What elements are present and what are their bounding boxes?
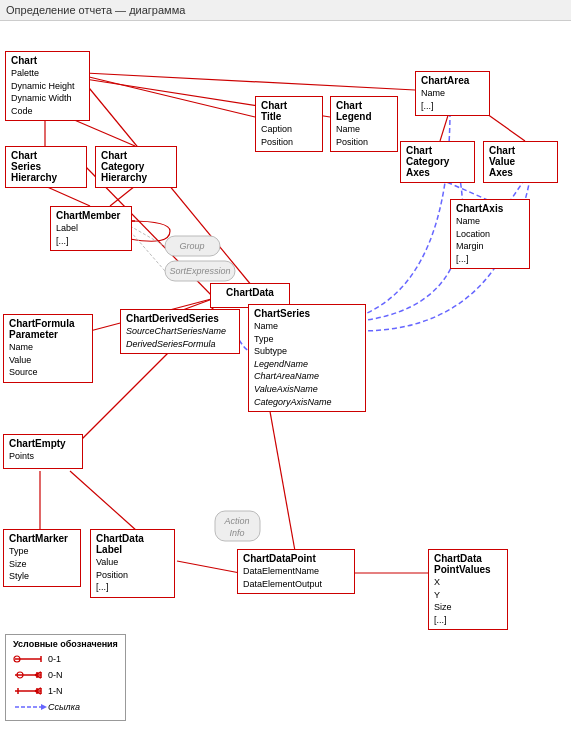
legend-1n-label: 1-N	[48, 686, 63, 696]
chart-member-title: ChartMember	[56, 210, 126, 221]
chart-title-fields: CaptionPosition	[261, 123, 317, 148]
legend-title: Условные обозначения	[13, 639, 118, 649]
chart-formula-parameter-title: ChartFormulaParameter	[9, 318, 87, 340]
chart-member-fields: Label[...]	[56, 222, 126, 247]
chart-data-point-fields: DataElementNameDataElementOutput	[243, 565, 349, 590]
svg-text:Info: Info	[229, 528, 244, 538]
chart-marker-title: ChartMarker	[9, 533, 75, 544]
svg-line-21	[177, 561, 240, 573]
chart-data-label-box: ChartDataLabel ValuePosition[...]	[90, 529, 175, 598]
chart-formula-parameter-fields: NameValueSource	[9, 341, 87, 379]
legend-01-label: 0-1	[48, 654, 61, 664]
chart-title-box: ChartTitle CaptionPosition	[255, 96, 323, 152]
chart-axis-title: ChartAxis	[456, 203, 524, 214]
chart-derived-series-title: ChartDerivedSeries	[126, 313, 234, 324]
chart-data-label-fields: ValuePosition[...]	[96, 556, 169, 594]
svg-line-2	[85, 73, 415, 90]
legend-item-dashed: Ссылка	[13, 700, 118, 714]
chart-empty-title: ChartEmpty	[9, 438, 77, 449]
svg-line-0	[85, 76, 255, 117]
legend-dashed-icon	[13, 700, 48, 714]
chart-data-label-title: ChartDataLabel	[96, 533, 169, 555]
legend-item-0n: 0-N	[13, 668, 118, 682]
diagram-area: Group SortExpression Action Info Chart P…	[0, 21, 571, 731]
page-title: Определение отчета — диаграмма	[0, 0, 571, 21]
legend-item-1n: 1-N	[13, 684, 118, 698]
chart-series-title: ChartSeries	[254, 308, 360, 319]
chart-member-box: ChartMember Label[...]	[50, 206, 132, 251]
chart-empty-fields: Points	[9, 450, 77, 463]
svg-line-27	[130, 231, 165, 271]
chart-derived-series-box: ChartDerivedSeries SourceChartSeriesName…	[120, 309, 240, 354]
legend-dashed-label: Ссылка	[48, 702, 80, 712]
svg-line-5	[45, 186, 90, 206]
chart-axis-box: ChartAxis NameLocationMargin[...]	[450, 199, 530, 269]
chart-data-title: ChartData	[216, 287, 284, 298]
chart-formula-parameter-box: ChartFormulaParameter NameValueSource	[3, 314, 93, 383]
svg-line-20	[70, 471, 137, 531]
chart-category-axes-box: ChartCategoryAxes	[400, 141, 475, 183]
chart-title: Chart	[11, 55, 84, 66]
chart-legend-fields: NamePosition	[336, 123, 392, 148]
chart-value-axes-box: ChartValueAxes	[483, 141, 558, 183]
svg-line-6	[110, 186, 135, 206]
chart-category-hierarchy-title: ChartCategoryHierarchy	[101, 150, 171, 183]
svg-rect-28	[215, 511, 260, 541]
legend-0n-icon	[13, 668, 48, 682]
chart-fields: PaletteDynamic HeightDynamic WidthCode	[11, 67, 84, 117]
chart-area-box: ChartArea Name[...]	[415, 71, 490, 116]
chart-data-point-values-title: ChartDataPointValues	[434, 553, 502, 575]
chart-series-fields: NameTypeSubtype LegendNameChartAreaNameV…	[254, 320, 360, 408]
chart-legend-title: ChartLegend	[336, 100, 392, 122]
svg-marker-55	[41, 704, 47, 710]
legend-01-icon	[13, 652, 48, 666]
chart-marker-box: ChartMarker TypeSizeStyle	[3, 529, 81, 587]
chart-category-hierarchy-box: ChartCategoryHierarchy	[95, 146, 177, 188]
chart-data-point-box: ChartDataPoint DataElementNameDataElemen…	[237, 549, 355, 594]
chart-marker-fields: TypeSizeStyle	[9, 545, 75, 583]
chart-value-axes-title: ChartValueAxes	[489, 145, 552, 178]
chart-title-title: ChartTitle	[261, 100, 317, 122]
svg-rect-22	[165, 236, 220, 256]
chart-series-box: ChartSeries NameTypeSubtype LegendNameCh…	[248, 304, 366, 412]
svg-line-26	[130, 226, 165, 246]
legend-item-01: 0-1	[13, 652, 118, 666]
chart-category-axes-title: ChartCategoryAxes	[406, 145, 469, 178]
chart-data-point-values-box: ChartDataPointValues XYSize[...]	[428, 549, 508, 630]
chart-series-hierarchy-box: ChartSeriesHierarchy	[5, 146, 87, 188]
chart-area-title: ChartArea	[421, 75, 484, 86]
chart-derived-series-fields: SourceChartSeriesNameDerivedSeriesFormul…	[126, 325, 234, 350]
svg-text:Action: Action	[223, 516, 249, 526]
svg-text:Group: Group	[179, 241, 204, 251]
svg-rect-24	[165, 261, 235, 281]
chart-data-point-values-fields: XYSize[...]	[434, 576, 502, 626]
chart-legend-box: ChartLegend NamePosition	[330, 96, 398, 152]
chart-area-fields: Name[...]	[421, 87, 484, 112]
legend-box: Условные обозначения 0-1 0-N	[5, 634, 126, 721]
chart-box: Chart PaletteDynamic HeightDynamic Width…	[5, 51, 90, 121]
chart-data-point-title: ChartDataPoint	[243, 553, 349, 564]
chart-axis-fields: NameLocationMargin[...]	[456, 215, 524, 265]
chart-series-hierarchy-title: ChartSeriesHierarchy	[11, 150, 81, 183]
chart-empty-box: ChartEmpty Points	[3, 434, 83, 469]
svg-text:SortExpression: SortExpression	[169, 266, 230, 276]
legend-0n-label: 0-N	[48, 670, 63, 680]
legend-1n-icon	[13, 684, 48, 698]
